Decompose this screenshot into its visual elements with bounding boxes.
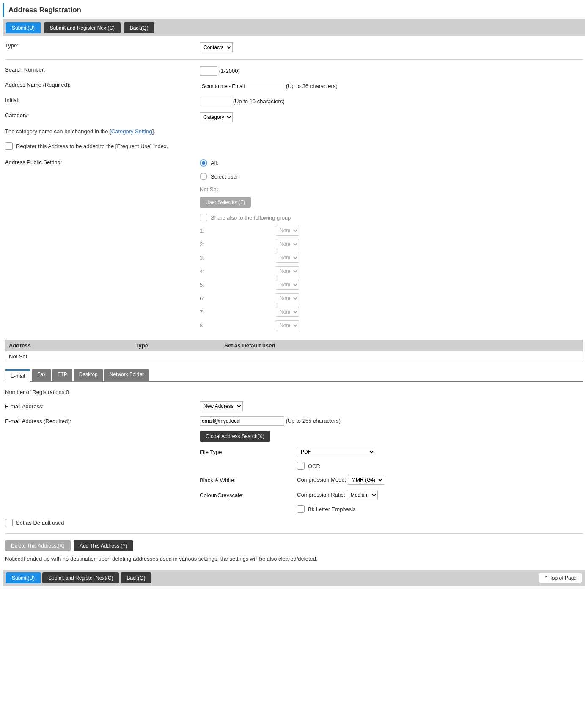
- category-select[interactable]: Category1: [200, 112, 233, 122]
- group-3-label: 3:: [200, 255, 276, 261]
- email-address-hint: (Up to 255 characters): [286, 418, 341, 424]
- file-type-label: File Type:: [200, 449, 297, 455]
- delete-notice: Notice:If ended up with no destination u…: [5, 556, 583, 562]
- file-type-select[interactable]: PDF: [297, 447, 375, 457]
- public-select-user-radio[interactable]: [200, 173, 207, 180]
- tab-network-folder[interactable]: Network Folder: [104, 369, 149, 381]
- submit-button[interactable]: Submit(U): [6, 22, 41, 33]
- bk-letter-label: Bk Letter Emphasis: [308, 506, 356, 512]
- registration-count: Number of Registrations:0: [5, 389, 583, 395]
- page-title: Address Registration: [3, 3, 585, 17]
- group-7-label: 7:: [200, 309, 276, 315]
- frequent-use-checkbox[interactable]: [5, 142, 13, 150]
- cell-type: [132, 351, 221, 362]
- user-selection-button: User Selection(F): [200, 197, 251, 208]
- email-address-label: E-mail Address:: [5, 403, 200, 410]
- comp-mode-label: Compression Mode:: [297, 476, 346, 483]
- bottom-toolbar: Submit(U) Submit and Register Next(C) Ba…: [3, 570, 585, 586]
- search-number-hint: (1-2000): [219, 68, 240, 74]
- address-name-label: Address Name (Required):: [5, 82, 200, 88]
- address-name-hint: (Up to 36 characters): [286, 83, 338, 89]
- colour-label: Colour/Greyscale:: [200, 492, 297, 498]
- group-5-select: None: [276, 280, 299, 290]
- global-address-search-button[interactable]: Global Address Search(X): [200, 431, 270, 442]
- group-1-label: 1:: [200, 228, 276, 234]
- tab-ftp[interactable]: FTP: [52, 369, 72, 381]
- top-of-page-button[interactable]: ⌃ Top of Page: [539, 573, 582, 583]
- divider: [5, 59, 583, 60]
- public-all-label: All.: [211, 160, 218, 166]
- bk-letter-checkbox[interactable]: [297, 505, 305, 513]
- address-tabs: E-mail Fax FTP Desktop Network Folder: [5, 369, 583, 382]
- group-8-label: 8:: [200, 322, 276, 329]
- divider-bottom: [5, 533, 583, 534]
- table-row: Not Set: [5, 351, 583, 362]
- submit-next-button[interactable]: Submit and Register Next(C): [44, 22, 121, 33]
- cell-address: Not Set: [5, 351, 132, 362]
- set-default-label: Set as Default used: [16, 520, 64, 526]
- bw-label: Black & White:: [200, 477, 297, 483]
- ocr-checkbox[interactable]: [297, 462, 305, 470]
- share-group-label: Share also to the following group: [211, 215, 291, 221]
- back-button-bottom[interactable]: Back(Q): [121, 572, 151, 583]
- type-select[interactable]: Contacts: [200, 42, 233, 52]
- public-all-radio[interactable]: [200, 159, 207, 167]
- share-group-checkbox: [200, 214, 207, 221]
- initial-label: Initial:: [5, 97, 200, 103]
- set-default-checkbox[interactable]: [5, 519, 13, 526]
- cell-default: [221, 351, 583, 362]
- tab-fax[interactable]: Fax: [32, 369, 51, 381]
- group-3-select: None: [276, 253, 299, 263]
- address-table: Address Type Set as Default used Not Set: [5, 340, 583, 362]
- col-address: Address: [5, 340, 132, 351]
- initial-hint: (Up to 10 characters): [233, 98, 285, 105]
- group-7-select: None: [276, 307, 299, 317]
- initial-input[interactable]: [200, 97, 231, 106]
- delete-address-button: Delete This Address.(X): [5, 540, 71, 551]
- ocr-label: OCR: [308, 463, 320, 469]
- group-5-label: 5:: [200, 282, 276, 288]
- address-name-input[interactable]: [200, 82, 284, 91]
- group-6-label: 6:: [200, 295, 276, 302]
- col-type: Type: [132, 340, 221, 351]
- email-address-select[interactable]: New Address: [200, 401, 243, 411]
- type-label: Type:: [5, 42, 200, 49]
- email-address-req-label: E-mail Address (Required):: [5, 418, 200, 424]
- top-of-page-label: Top of Page: [550, 575, 577, 581]
- group-4-select: None: [276, 266, 299, 276]
- category-setting-link[interactable]: Category Setting: [111, 128, 152, 135]
- category-note-b: ].: [152, 128, 155, 135]
- group-6-select: None: [276, 293, 299, 303]
- comp-ratio-select[interactable]: Medium: [347, 490, 378, 500]
- submit-button-bottom[interactable]: Submit(U): [6, 572, 41, 583]
- group-2-select: None: [276, 239, 299, 249]
- email-address-input[interactable]: [200, 416, 284, 426]
- frequent-use-label: Register this Address to be added to the…: [16, 143, 168, 149]
- category-label: Category:: [5, 112, 200, 118]
- comp-ratio-label: Compression Ratio:: [297, 492, 345, 498]
- tab-email[interactable]: E-mail: [5, 369, 30, 382]
- tab-desktop[interactable]: Desktop: [74, 369, 103, 381]
- search-number-input[interactable]: [200, 66, 217, 76]
- public-select-user-label: Select user: [211, 173, 238, 180]
- add-address-button[interactable]: Add This Address.(Y): [74, 540, 133, 551]
- public-not-set: Not Set: [200, 186, 583, 193]
- back-button[interactable]: Back(Q): [124, 22, 154, 33]
- chevron-up-icon: ⌃: [544, 575, 548, 581]
- category-note-a: The category name can be changed in the …: [5, 128, 111, 135]
- group-4-label: 4:: [200, 268, 276, 275]
- group-1-select: None: [276, 226, 299, 236]
- search-number-label: Search Number:: [5, 66, 200, 73]
- group-2-label: 2:: [200, 241, 276, 248]
- col-default: Set as Default used: [221, 340, 583, 351]
- submit-next-button-bottom[interactable]: Submit and Register Next(C): [42, 572, 119, 583]
- comp-mode-select[interactable]: MMR (G4): [348, 475, 384, 485]
- group-8-select: None: [276, 320, 299, 330]
- public-setting-label: Address Public Setting:: [5, 159, 200, 165]
- top-toolbar: Submit(U) Submit and Register Next(C) Ba…: [3, 19, 585, 36]
